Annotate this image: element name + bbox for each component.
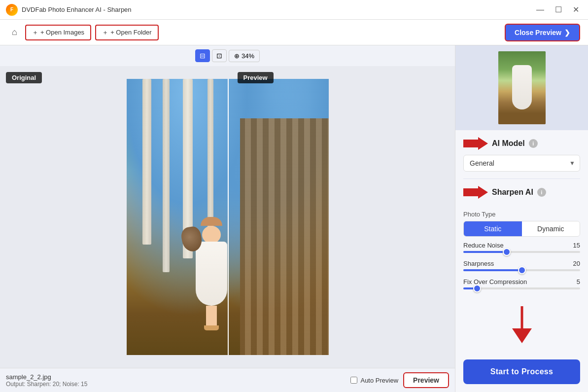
bottom-controls: Auto Preview Preview bbox=[350, 372, 449, 388]
ai-model-info-icon[interactable]: i bbox=[529, 139, 538, 148]
view-controls: ⊟ ⊡ ⊕ 34% bbox=[0, 45, 455, 66]
svg-marker-3 bbox=[512, 328, 532, 343]
child-hair bbox=[201, 217, 222, 226]
thumbnail-child bbox=[512, 65, 532, 109]
start-arrow-container bbox=[455, 301, 588, 346]
process-button-container: Start to Process bbox=[455, 352, 588, 392]
fix-compression-row: Fix Over Compression 5 bbox=[463, 278, 580, 289]
open-folder-label: + Open Folder bbox=[110, 29, 151, 36]
close-preview-label: Close Preview bbox=[515, 29, 561, 36]
split-view-button[interactable]: ⊟ bbox=[195, 49, 210, 62]
maximize-button[interactable]: ☐ bbox=[552, 4, 565, 15]
zoom-button[interactable]: ⊕ 34% bbox=[229, 50, 260, 62]
model-select[interactable]: General Portrait Landscape bbox=[463, 155, 580, 172]
child-dress bbox=[196, 242, 227, 306]
sharpen-ai-info-icon[interactable]: i bbox=[537, 188, 546, 197]
close-button[interactable]: ✕ bbox=[570, 4, 582, 15]
photo-type-label: Photo Type bbox=[463, 211, 580, 218]
folder-plus-icon: ＋ bbox=[102, 28, 108, 37]
fix-compression-track-container bbox=[463, 287, 580, 289]
open-images-label: + Open Images bbox=[40, 29, 84, 36]
model-dropdown[interactable]: General Portrait Landscape ▼ bbox=[463, 155, 580, 172]
photo-type-section: Photo Type Static Dynamic bbox=[455, 211, 588, 242]
titlebar-left: F DVDFab Photo Enhancer AI - Sharpen bbox=[6, 4, 132, 16]
sharpen-ai-title: Sharpen AI bbox=[492, 188, 533, 197]
ai-model-section: AI Model i General Portrait Landscape ▼ bbox=[455, 130, 588, 178]
split-divider bbox=[228, 79, 229, 355]
single-view-icon: ⊡ bbox=[216, 52, 222, 60]
close-preview-button[interactable]: Close Preview ❯ bbox=[505, 24, 580, 41]
auto-preview-toggle[interactable]: Auto Preview bbox=[350, 377, 398, 384]
open-folder-button[interactable]: ＋ + Open Folder bbox=[95, 25, 158, 40]
zoom-icon: ⊕ bbox=[234, 52, 240, 60]
birch-tree-1 bbox=[142, 79, 151, 245]
birch-tree-4 bbox=[208, 79, 213, 231]
sharpen-ai-arrow-icon bbox=[463, 186, 488, 199]
thumbnail-area bbox=[455, 45, 588, 130]
bottom-bar: sample_2_2.jpg Output: Sharpen: 20; Nois… bbox=[0, 368, 455, 392]
start-process-button[interactable]: Start to Process bbox=[463, 359, 580, 384]
right-panel: AI Model i General Portrait Landscape ▼ bbox=[455, 45, 588, 392]
static-button[interactable]: Static bbox=[464, 221, 522, 236]
app-logo: F bbox=[6, 4, 18, 16]
fence bbox=[240, 118, 329, 355]
original-label: Original bbox=[6, 72, 42, 83]
split-view-icon: ⊟ bbox=[200, 52, 206, 60]
photo-container bbox=[127, 79, 329, 355]
reduce-noise-track-container bbox=[463, 251, 580, 253]
child-legs bbox=[206, 306, 217, 325]
svg-marker-1 bbox=[463, 186, 488, 199]
thumbnail-image bbox=[498, 51, 546, 124]
preview-button[interactable]: Preview bbox=[403, 372, 449, 388]
preview-label: Preview bbox=[238, 72, 274, 83]
child-head bbox=[202, 226, 221, 244]
sharpen-ai-header: Sharpen AI i bbox=[463, 186, 580, 199]
home-button[interactable]: ⌂ bbox=[8, 25, 21, 39]
file-info: sample_2_2.jpg Output: Sharpen: 20; Nois… bbox=[6, 373, 87, 388]
ai-model-arrow-icon bbox=[463, 137, 488, 150]
dynamic-button[interactable]: Dynamic bbox=[522, 221, 580, 236]
ai-model-title: AI Model bbox=[492, 139, 525, 148]
close-preview-arrow-icon: ❯ bbox=[564, 29, 570, 36]
output-info: Output: Sharpen: 20; Noise: 15 bbox=[6, 381, 87, 388]
single-view-button[interactable]: ⊡ bbox=[212, 49, 227, 62]
child-shoes bbox=[204, 325, 219, 330]
open-images-button[interactable]: ＋ + Open Images bbox=[25, 25, 91, 40]
sharpness-track-container bbox=[463, 269, 580, 271]
titlebar-controls: — ☐ ✕ bbox=[533, 4, 582, 15]
image-area: Original Preview bbox=[0, 66, 455, 368]
photo-type-buttons: Static Dynamic bbox=[463, 221, 580, 237]
left-panel: ⊟ ⊡ ⊕ 34% Original Preview bbox=[0, 45, 455, 392]
auto-preview-checkbox[interactable] bbox=[350, 377, 357, 384]
child-figure bbox=[196, 217, 227, 330]
plus-icon: ＋ bbox=[32, 28, 38, 37]
toolbar: ⌂ ＋ + Open Images ＋ + Open Folder Close … bbox=[0, 20, 588, 45]
zoom-level: 34% bbox=[242, 52, 254, 60]
start-process-arrow-icon bbox=[507, 306, 537, 346]
svg-marker-0 bbox=[463, 137, 488, 150]
right-spacer bbox=[455, 346, 588, 352]
toolbar-left: ⌂ ＋ + Open Images ＋ + Open Folder bbox=[8, 25, 159, 40]
main-layout: ⊟ ⊡ ⊕ 34% Original Preview bbox=[0, 45, 588, 392]
preview-button-label: Preview bbox=[413, 376, 439, 384]
ai-model-header: AI Model i bbox=[463, 137, 580, 150]
auto-preview-label: Auto Preview bbox=[360, 377, 398, 384]
sharpness-row: Sharpness 20 bbox=[463, 260, 580, 271]
titlebar: F DVDFab Photo Enhancer AI - Sharpen — ☐… bbox=[0, 0, 588, 20]
birch-tree-2 bbox=[163, 79, 170, 272]
app-title: DVDFab Photo Enhancer AI - Sharpen bbox=[22, 6, 132, 13]
minimize-button[interactable]: — bbox=[533, 4, 547, 15]
sharpen-ai-section: Sharpen AI i bbox=[455, 179, 588, 211]
reduce-noise-row: Reduce Noise 15 bbox=[463, 242, 580, 253]
slider-section: Reduce Noise 15 Sharpness 20 bbox=[455, 242, 588, 301]
filename: sample_2_2.jpg bbox=[6, 373, 87, 381]
